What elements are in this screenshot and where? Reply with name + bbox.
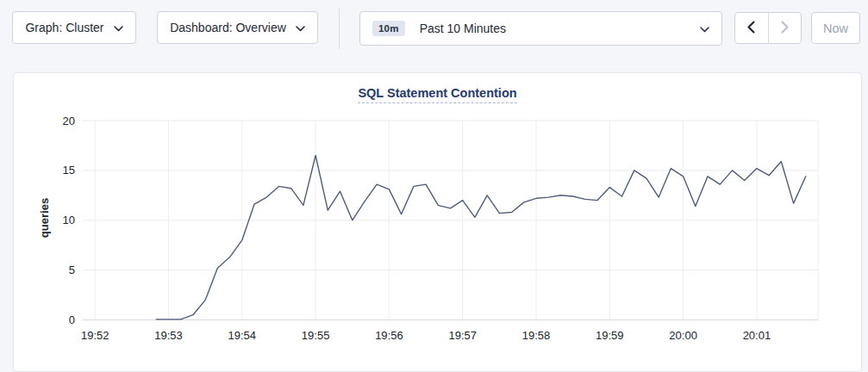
chart-card: SQL Statement Contention queries 19:5219… [13, 72, 862, 372]
toolbar: Graph: Cluster Dashboard: Overview 10m P… [0, 0, 868, 60]
chevron-down-icon [296, 21, 305, 34]
time-range-select[interactable]: 10m Past 10 Minutes [359, 11, 722, 46]
time-step-button-group [734, 12, 802, 44]
now-button-label: Now [823, 22, 848, 35]
chevron-left-icon [747, 21, 755, 36]
svg-text:19:59: 19:59 [596, 329, 624, 342]
svg-text:19:54: 19:54 [228, 329, 257, 342]
svg-text:20: 20 [63, 115, 75, 127]
dashboard-selector-dropdown[interactable]: Dashboard: Overview [157, 11, 318, 44]
time-back-button[interactable] [735, 13, 769, 43]
time-range-label: Past 10 Minutes [420, 22, 506, 35]
graph-selector-label: Graph: Cluster [25, 21, 103, 34]
svg-text:15: 15 [63, 164, 75, 177]
graph-selector-dropdown[interactable]: Graph: Cluster [12, 11, 136, 44]
time-forward-button[interactable] [769, 13, 802, 43]
chevron-down-icon [700, 22, 709, 35]
svg-text:5: 5 [69, 264, 75, 276]
contention-chart[interactable]: 19:5219:5319:5419:5519:5619:5719:5819:59… [14, 73, 863, 372]
svg-text:20:00: 20:00 [669, 329, 697, 342]
svg-text:19:53: 19:53 [154, 329, 183, 342]
svg-text:10: 10 [63, 214, 75, 226]
chevron-right-icon [781, 21, 789, 36]
time-range-badge: 10m [372, 21, 405, 36]
svg-text:19:57: 19:57 [448, 329, 477, 342]
chevron-down-icon [114, 21, 123, 34]
svg-text:19:56: 19:56 [375, 329, 403, 342]
svg-text:20:01: 20:01 [743, 329, 771, 342]
svg-text:0: 0 [69, 313, 75, 326]
svg-text:19:55: 19:55 [302, 329, 330, 342]
svg-text:19:52: 19:52 [81, 329, 109, 342]
now-button[interactable]: Now [811, 12, 860, 44]
toolbar-divider [339, 9, 340, 49]
svg-text:19:58: 19:58 [522, 329, 551, 342]
dashboard-selector-label: Dashboard: Overview [170, 21, 286, 34]
